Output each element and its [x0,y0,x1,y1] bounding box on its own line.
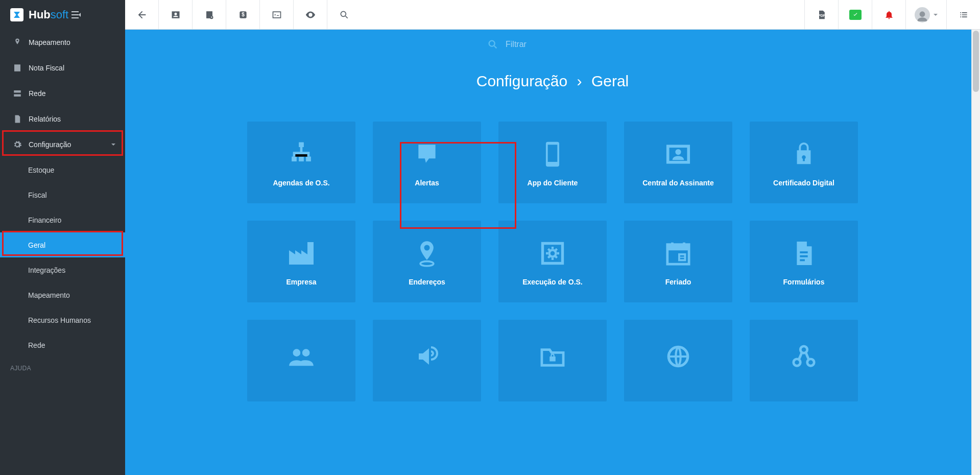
brand-logo-icon [10,8,23,21]
breadcrumb-part: Geral [591,73,629,89]
card-empresa[interactable]: Empresa [247,221,355,302]
svg-point-7 [919,11,925,17]
card-execucao-os[interactable]: Execução de O.S. [498,221,607,302]
sidebar-header: Hubsoft [0,0,125,30]
card-central-assinante[interactable]: Central do Assinante [624,122,732,203]
topbar-calendar-icon[interactable] [193,0,226,29]
file-icon [11,114,23,124]
sitemap-icon [287,138,316,171]
card-app-cliente[interactable]: App do Cliente [498,122,607,203]
main-content: Configuração › Geral Agendas de O.S. Ale… [125,30,980,475]
search-icon [487,39,498,50]
sidebar-item-label: Nota Fiscal [29,64,64,72]
sidebar-item-configuracao[interactable]: Configuração [0,132,125,157]
card-alertas[interactable]: Alertas [373,122,481,203]
topbar-user-menu[interactable] [905,0,946,29]
sidebar-item-rede[interactable]: Rede [0,81,125,106]
volume-icon [413,340,441,373]
sidebar-sub-recursos-humanos[interactable]: Recursos Humanos [0,307,125,332]
svg-rect-11 [299,157,303,161]
svg-rect-25 [800,251,807,253]
sidebar-item-label: Relatórios [29,115,61,123]
card-label: Alertas [415,179,439,187]
sidebar-sub-estoque[interactable]: Estoque [0,157,125,182]
card-label: Execução de O.S. [522,278,583,286]
sidebar-sub-geral[interactable]: Geral [0,232,125,257]
collapse-sidebar-icon[interactable] [71,11,81,18]
filter-row [146,39,960,50]
svg-rect-10 [292,157,296,161]
form-icon [792,237,816,270]
svg-rect-26 [800,255,807,257]
breadcrumb-sep: › [577,73,582,89]
card-feriado[interactable]: Feriado [624,221,732,302]
svg-text:$: $ [242,12,245,17]
card-certificado-digital[interactable]: Certificado Digital [750,122,858,203]
calendar-icon [664,237,692,270]
svg-point-8 [489,41,495,46]
card-formularios[interactable]: Formulários [750,221,858,302]
brand-logo-text: Hubsoft [29,8,68,21]
card-label: App do Cliente [528,179,578,187]
card-label: Agendas de O.S. [273,179,329,187]
topbar-terminal-icon[interactable] [260,0,294,29]
sidebar-item-label: Rede [29,89,45,98]
topbar-search-icon[interactable] [327,0,361,29]
svg-rect-18 [543,244,563,264]
sidebar-item-relatorios[interactable]: Relatórios [0,106,125,132]
sidebar-sub-mapeamento[interactable]: Mapeamento [0,282,125,307]
svg-rect-21 [667,245,689,251]
sidebar-item-mapeamento[interactable]: Mapeamento [0,30,125,55]
topbar-eye-icon[interactable] [294,0,327,29]
card-row3-5[interactable] [750,320,858,401]
check-message-icon [849,10,862,20]
back-button[interactable] [125,0,159,29]
svg-point-19 [549,250,556,257]
users-icon [287,340,316,373]
card-row3-4[interactable] [624,320,732,401]
sidebar-sub-integracoes[interactable]: Integrações [0,257,125,282]
card-enderecos[interactable]: Endereços [373,221,481,302]
card-label: Empresa [286,278,316,286]
svg-point-29 [302,349,310,357]
svg-point-32 [794,359,800,366]
sidebar-item-label: Configuração [29,140,71,149]
scrollbar[interactable] [971,30,980,475]
topbar-contact-icon[interactable] [159,0,193,29]
card-label: Feriado [665,278,691,286]
topbar-notifications-button[interactable] [872,0,905,29]
filter-input[interactable] [506,40,618,49]
alert-icon [414,138,440,171]
cards-grid: Agendas de O.S. Alertas App do Cliente C… [146,122,960,401]
card-label: Formulários [783,278,825,286]
gear-icon [11,140,23,149]
nodes-icon [791,340,817,373]
card-row3-1[interactable] [247,320,355,401]
topbar-pdf-icon[interactable]: PDF [804,0,838,29]
card-row3-3[interactable] [498,320,607,401]
phone-icon [541,138,564,171]
svg-point-16 [675,149,681,155]
sidebar: Hubsoft Mapeamento Nota Fiscal Rede Rela… [0,0,125,475]
doc-lines-icon [11,63,23,73]
lock-folder-icon [538,340,567,373]
svg-rect-4 [273,12,280,18]
svg-rect-12 [306,157,310,161]
card-label: Central do Assinante [642,179,714,187]
topbar-money-icon[interactable]: $ [226,0,260,29]
chevron-down-icon [933,12,938,17]
svg-point-17 [420,262,434,266]
sidebar-section-help: AJUDA [0,358,125,375]
svg-point-28 [293,349,301,357]
topbar-list-icon[interactable] [946,0,980,29]
sidebar-sub-financeiro[interactable]: Financeiro [0,207,125,232]
card-agendas-os[interactable]: Agendas de O.S. [247,122,355,203]
card-label: Endereços [409,278,445,286]
sidebar-sub-fiscal[interactable]: Fiscal [0,182,125,207]
scrollbar-thumb[interactable] [973,31,979,92]
topbar-messages-button[interactable] [838,0,872,29]
sidebar-item-nota-fiscal[interactable]: Nota Fiscal [0,55,125,81]
card-row3-2[interactable] [373,320,481,401]
svg-rect-27 [800,259,805,262]
sidebar-sub-rede[interactable]: Rede [0,332,125,358]
